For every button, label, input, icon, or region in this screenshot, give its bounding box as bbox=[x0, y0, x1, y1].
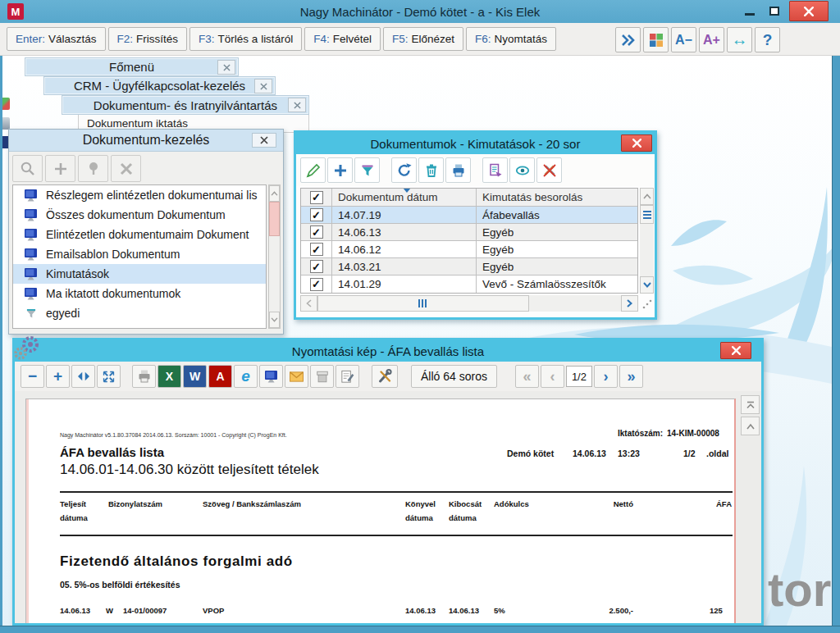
f3-delete-from-list-button[interactable]: F3:Törlés a listáról bbox=[189, 27, 302, 51]
expand-toolbar-button[interactable] bbox=[615, 27, 641, 52]
scroll-up-button[interactable] bbox=[741, 417, 760, 435]
prev-page-button[interactable]: ‹ bbox=[541, 365, 564, 388]
preview-close-button[interactable] bbox=[720, 342, 751, 359]
table-vscrollbar[interactable] bbox=[640, 188, 654, 294]
table-row-selected[interactable]: ✓ 14.07.19 Áfabevallás bbox=[301, 207, 637, 224]
report-select-button[interactable] bbox=[482, 157, 508, 183]
export-word-button[interactable]: W bbox=[183, 365, 207, 388]
fit-width-button[interactable] bbox=[71, 365, 95, 388]
refresh-button[interactable] bbox=[391, 157, 417, 183]
scroll-thumb[interactable] bbox=[269, 202, 280, 236]
send-email-button[interactable] bbox=[285, 365, 308, 388]
header-check-cell[interactable]: ✓ bbox=[301, 189, 332, 206]
font-smaller-button[interactable]: A− bbox=[671, 27, 696, 52]
list-item[interactable]: egyedi bbox=[13, 303, 266, 323]
list-item[interactable]: Elintézetlen dokumentumaim Dokument bbox=[13, 225, 266, 244]
next-page-button[interactable]: › bbox=[594, 365, 618, 388]
theme-colors-button[interactable] bbox=[643, 27, 669, 52]
fomenu-close-button[interactable] bbox=[217, 60, 235, 75]
f4-add-button[interactable]: F4:Felvétel bbox=[304, 27, 381, 51]
maximize-button[interactable] bbox=[769, 7, 779, 16]
doc-list-scrollbar[interactable] bbox=[268, 184, 281, 329]
list-item[interactable]: Ma iktatott dokumentumok bbox=[13, 284, 266, 303]
close-button[interactable] bbox=[789, 1, 829, 21]
checkbox-checked[interactable]: ✓ bbox=[310, 278, 323, 291]
hscroll-thumb[interactable] bbox=[317, 295, 529, 312]
window-bar-fomenu[interactable]: Főmenü bbox=[25, 57, 239, 76]
vscroll-up-button[interactable] bbox=[640, 188, 654, 205]
vscroll-thumb[interactable] bbox=[640, 205, 654, 224]
window-bar-crm[interactable]: CRM - Ügyfélkapcsolat-kezelés bbox=[43, 76, 276, 95]
crossed-tools-red-x-icon bbox=[541, 162, 558, 179]
zoom-out-button[interactable]: − bbox=[21, 365, 44, 388]
hscroll-right-button[interactable] bbox=[621, 295, 638, 312]
doc-manager-close-button[interactable] bbox=[252, 133, 276, 148]
scroll-down-button[interactable] bbox=[269, 312, 280, 328]
minimize-button[interactable] bbox=[745, 13, 755, 16]
send-to-screen-button[interactable] bbox=[259, 365, 283, 388]
row-kibocsat: 14.06.13 bbox=[449, 606, 479, 615]
window-bar-dokirat[interactable]: Dokumentum- és Iratnyilvántartás bbox=[62, 95, 309, 115]
search-button[interactable] bbox=[12, 155, 43, 182]
help-button[interactable]: ? bbox=[755, 27, 780, 52]
scroll-to-top-button[interactable] bbox=[741, 395, 760, 414]
checkbox-checked[interactable]: ✓ bbox=[310, 243, 323, 256]
settings-button[interactable] bbox=[372, 365, 398, 388]
preview-titlebar[interactable]: Nyomtatási kép - ÁFA bevallás lista bbox=[15, 340, 761, 362]
checkbox-checked[interactable]: ✓ bbox=[310, 208, 323, 221]
table-row[interactable]: ✓ 14.06.12 Egyéb bbox=[301, 241, 637, 258]
export-pdf-button[interactable]: A bbox=[208, 365, 232, 388]
print-button[interactable] bbox=[132, 365, 156, 388]
kimutatasok-close-button[interactable] bbox=[621, 134, 652, 152]
no-tools-button[interactable] bbox=[536, 157, 562, 183]
tools-disabled-button[interactable] bbox=[111, 155, 141, 182]
kimutatasok-titlebar[interactable]: Dokumentumok - Kimutatások - 20 sor bbox=[296, 133, 655, 154]
vscroll-down-button[interactable] bbox=[640, 276, 654, 294]
resize-grip[interactable] bbox=[641, 298, 653, 310]
zoom-in-button[interactable]: + bbox=[46, 365, 70, 388]
hscroll-track[interactable] bbox=[529, 295, 621, 312]
list-item-selected[interactable]: Kimutatások bbox=[13, 264, 266, 284]
f6-print-button[interactable]: F6:Nyomtatás bbox=[466, 27, 556, 51]
column-header-date[interactable]: Dokumentum dátum bbox=[332, 189, 477, 206]
edit-report-button[interactable] bbox=[336, 365, 359, 388]
table-row[interactable]: ✓ 14.03.21 Egyéb bbox=[301, 258, 637, 276]
print-button[interactable] bbox=[445, 157, 471, 183]
open-browser-button[interactable]: e bbox=[234, 365, 258, 388]
hscroll-left-button[interactable] bbox=[300, 295, 317, 312]
tree-view-button[interactable] bbox=[78, 155, 108, 182]
checkbox-checked[interactable]: ✓ bbox=[310, 191, 323, 204]
column-header-category[interactable]: Kimutatás besorolás bbox=[477, 189, 637, 206]
edit-button[interactable] bbox=[300, 157, 326, 183]
layout-select-button[interactable]: Álló 64 soros bbox=[411, 365, 497, 388]
export-excel-button[interactable]: X bbox=[158, 365, 181, 388]
table-row[interactable]: ✓ 14.06.13 Egyéb bbox=[301, 224, 637, 241]
swap-panels-button[interactable]: ↔ bbox=[727, 27, 752, 52]
font-larger-button[interactable]: A+ bbox=[699, 27, 724, 52]
cell-category: Egyéb bbox=[477, 241, 637, 257]
delete-button[interactable] bbox=[418, 157, 444, 183]
table-row[interactable]: ✓ 14.01.29 Vevő - Számlaösszesítők bbox=[301, 276, 637, 293]
list-item[interactable]: Összes dokumentum Dokumentum bbox=[13, 205, 266, 225]
cell-category: Egyéb bbox=[477, 258, 637, 275]
f2-refresh-button[interactable]: F2:Frissítés bbox=[108, 27, 188, 51]
scroll-up-button[interactable] bbox=[269, 185, 280, 202]
filter-button[interactable] bbox=[354, 157, 380, 183]
crm-close-button[interactable] bbox=[254, 79, 272, 93]
f5-preview-button[interactable]: F5:Előnézet bbox=[383, 27, 463, 51]
list-item[interactable]: Emailsablon Dokumentum bbox=[13, 244, 266, 264]
table-hscrollbar[interactable] bbox=[300, 295, 638, 312]
doc-manager-titlebar[interactable]: Dokumentum-kezelés bbox=[9, 130, 283, 152]
last-page-button[interactable]: » bbox=[619, 365, 643, 388]
checkbox-checked[interactable]: ✓ bbox=[310, 225, 323, 239]
new-record-button[interactable] bbox=[327, 157, 353, 183]
first-page-button[interactable]: « bbox=[515, 365, 539, 388]
dokirat-close-button[interactable] bbox=[288, 98, 306, 112]
list-item[interactable]: Részlegem elintézetlen dokumentumai lis bbox=[13, 185, 266, 205]
enter-select-button[interactable]: Enter:Választás bbox=[7, 27, 106, 51]
fit-page-button[interactable] bbox=[97, 365, 121, 388]
archive-button[interactable] bbox=[310, 365, 334, 388]
view-button[interactable] bbox=[509, 157, 535, 183]
checkbox-checked[interactable]: ✓ bbox=[310, 260, 323, 273]
add-button[interactable] bbox=[45, 155, 75, 182]
